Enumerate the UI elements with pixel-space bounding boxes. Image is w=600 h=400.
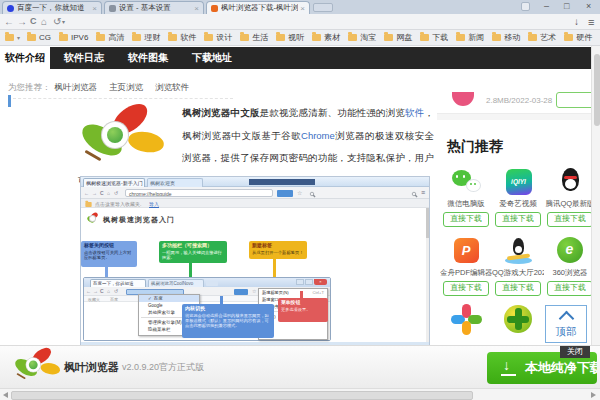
inner-stem-menu	[300, 291, 303, 298]
undo-caret-icon[interactable]: ▾	[62, 19, 65, 25]
bookmark-folder[interactable]: 移动	[492, 32, 520, 43]
back-icon[interactable]: ←	[4, 17, 14, 27]
direct-download-button[interactable]: 直接下载	[495, 281, 541, 296]
bookmark-folder[interactable]: 艺术	[528, 32, 556, 43]
bookmarks-root-folder-icon[interactable]	[5, 34, 14, 41]
home-icon[interactable]: ⌂	[41, 17, 47, 27]
tab-software-log[interactable]: 软件日志	[59, 47, 109, 69]
tab-close-icon[interactable]: ×	[194, 4, 199, 13]
bookmark-folder[interactable]: IPV6	[59, 33, 88, 42]
vertical-scrollbar[interactable]	[591, 46, 600, 388]
content-screenshot[interactable]: 枫树极速浏览器-新手入门 枫树欢迎页 ← → C ⌂ ↺ chrome://he…	[80, 176, 430, 352]
close-button[interactable]: ×	[586, 0, 591, 12]
forward-icon[interactable]: →	[17, 17, 27, 27]
shot-heading: 枫树极速浏览器入门	[103, 215, 175, 225]
browser-tab-baidu[interactable]: 百度一下，你就知道 ×	[2, 1, 102, 14]
app-qq-game[interactable]: QQ游戏大厅2022 直接下载	[492, 235, 544, 296]
360-browser-icon[interactable]: e	[555, 235, 586, 266]
direct-download-button[interactable]: 直接下载	[443, 281, 489, 296]
tab-software-intro[interactable]: 软件介绍	[0, 47, 50, 69]
recommend-link[interactable]: 主页浏览	[109, 82, 143, 94]
partial-download-button[interactable]	[556, 92, 596, 108]
chevron-up-icon	[558, 311, 574, 327]
bookmark-folder[interactable]: 高清	[96, 32, 124, 43]
bookmark-folder[interactable]: 软件	[168, 32, 196, 43]
partial-app-icon	[452, 92, 474, 106]
app-pdf-editor[interactable]: P 金舟PDF编辑器 直接下载	[440, 235, 492, 296]
undo-icon[interactable]: ↺	[53, 17, 61, 27]
wrench-icon	[109, 5, 116, 12]
maximize-button[interactable]: □	[564, 0, 569, 12]
iqiyi-icon[interactable]: iQIYI	[503, 166, 534, 197]
screen: 百度一下，你就知道 × 设置 - 基本设置 × 枫叶浏览器下载-枫叶浏览 × –…	[0, 0, 600, 400]
qq-game-icon[interactable]	[503, 235, 534, 266]
direct-download-button[interactable]: 直接下载	[495, 212, 541, 227]
360-safe-icon[interactable]	[503, 304, 534, 335]
tab-software-gallery[interactable]: 软件图集	[123, 47, 173, 69]
bookmarks-caret-icon[interactable]: ▾	[17, 34, 20, 41]
flower-icon[interactable]	[451, 304, 482, 335]
menu-icon[interactable]: ≡	[588, 17, 594, 28]
direct-download-button[interactable]: 直接下载	[443, 212, 489, 227]
browser-tab-active[interactable]: 枫叶浏览器下载-枫叶浏览 ×	[206, 1, 310, 14]
app-name[interactable]: QQ游戏大厅2022	[492, 268, 544, 278]
bookmark-folder[interactable]: 下载	[420, 32, 448, 43]
bookmark-folder[interactable]: 视听	[276, 32, 304, 43]
sidebar-partial-item[interactable]: 2.8MB/2022-03-28	[437, 78, 592, 114]
bookmark-folder[interactable]: 网盘	[384, 32, 412, 43]
bookmark-folder[interactable]: CG	[27, 33, 51, 42]
shot-callout-newtab: 新建标签 从这里打开一个新标签页！	[249, 241, 307, 259]
app-iqiyi[interactable]: iQIYI 爱奇艺视频 直接下载	[492, 166, 544, 227]
minimize-button[interactable]: –	[544, 0, 549, 12]
recommend-link[interactable]: 浏览软件	[155, 82, 189, 94]
tab-close-icon[interactable]: ×	[300, 4, 305, 13]
app-name[interactable]: 爱奇艺视频	[492, 199, 544, 209]
pdf-editor-icon[interactable]: P	[451, 235, 482, 266]
browser-tab-strip: 百度一下，你就知道 × 设置 - 基本设置 × 枫叶浏览器下载-枫叶浏览 × –…	[0, 0, 600, 14]
theme-icon[interactable]	[521, 2, 530, 11]
bookmark-folder[interactable]: 素材	[312, 32, 340, 43]
scroll-right-arrow-icon[interactable]	[591, 392, 596, 398]
partial-app-meta: 2.8MB/2022-03-28	[486, 96, 552, 105]
app-flower[interactable]	[440, 304, 492, 335]
tab-download-address[interactable]: 下载地址	[187, 47, 237, 69]
vertical-scrollbar-thumb[interactable]	[594, 54, 600, 126]
article-link-software[interactable]: 软件	[405, 107, 424, 118]
folder-icon	[168, 34, 177, 41]
qq-icon[interactable]	[555, 166, 586, 197]
new-tab-button[interactable]	[313, 3, 333, 12]
bookmark-folder[interactable]: 淘宝	[348, 32, 376, 43]
tab-close-icon[interactable]: ×	[92, 4, 97, 13]
context-item: 新建标签页(N)Ctrl+T	[259, 289, 327, 296]
app-qq[interactable]: 腾讯QQ最新版 直接下载	[544, 166, 596, 227]
horizontal-scrollbar-thumb[interactable]	[11, 391, 473, 400]
app-360-browser[interactable]: e 360浏览器 直接下载	[544, 235, 596, 296]
bookmark-folder[interactable]: 硬件	[564, 32, 592, 43]
bookmark-folder[interactable]: 设计	[204, 32, 232, 43]
article-link-chrome[interactable]: Chrome	[301, 130, 335, 141]
reload-icon[interactable]: C	[30, 17, 37, 26]
bookmark-folder[interactable]: 生活	[240, 32, 268, 43]
bookmark-folder[interactable]: 理财	[132, 32, 160, 43]
app-name[interactable]: 360浏览器	[544, 268, 596, 278]
browser-toolbar: ← → C ⌂ ↺ ▾ ☆ ↓ ≡	[0, 14, 600, 30]
shot-back-icon: ←	[84, 190, 89, 196]
browser-tab-settings[interactable]: 设置 - 基本设置 ×	[104, 1, 204, 14]
app-name[interactable]: 微信电脑版	[440, 199, 492, 209]
folder-icon	[276, 34, 285, 41]
recommend-link[interactable]: 枫叶浏览器	[55, 82, 98, 94]
app-360-safe[interactable]	[492, 304, 544, 335]
direct-download-button[interactable]: 直接下载	[547, 281, 593, 296]
sidebar-title: 热门推荐	[447, 138, 503, 156]
back-to-top-button[interactable]: 顶部	[545, 305, 587, 343]
scroll-left-arrow-icon[interactable]	[3, 392, 8, 398]
app-name[interactable]: 金舟PDF编辑器	[440, 268, 492, 278]
app-wechat[interactable]: 微信电脑版 直接下载	[440, 166, 492, 227]
download-arrow-icon[interactable]: ↓	[574, 17, 579, 27]
close-ad-button[interactable]: 关闭	[560, 346, 590, 358]
wechat-icon[interactable]	[451, 166, 482, 197]
bookmark-folder[interactable]: 新闻	[456, 32, 484, 43]
direct-download-button[interactable]: 直接下载	[547, 212, 593, 227]
app-name[interactable]: 腾讯QQ最新版	[544, 199, 596, 209]
horizontal-scrollbar[interactable]	[0, 388, 600, 400]
